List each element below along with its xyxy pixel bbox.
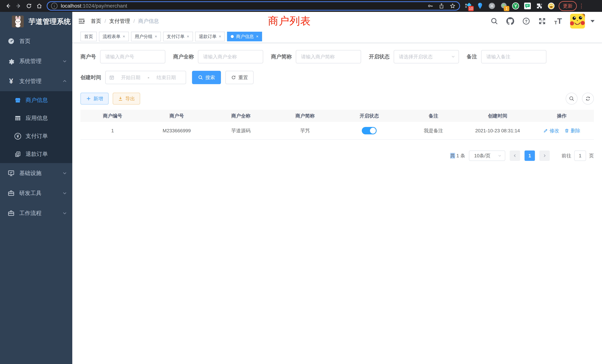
monitor-check-icon [7, 169, 15, 177]
bookmark-star-icon[interactable] [450, 3, 456, 9]
sidebar-item-merchant-info[interactable]: 商户信息 [0, 91, 72, 109]
sidebar-logo-row[interactable]: 芋道管理系统 [0, 12, 72, 31]
site-info-icon[interactable]: i [51, 3, 57, 9]
breadcrumb-home[interactable]: 首页 [91, 18, 101, 25]
page-size-select[interactable]: 10条/页 [469, 150, 505, 161]
prev-page-button[interactable] [510, 150, 520, 161]
font-size-button[interactable]: TT [554, 17, 562, 25]
breadcrumb-payment[interactable]: 支付管理 [109, 18, 130, 25]
sidebar-item-dev-tools[interactable]: 研发工具 [0, 183, 72, 203]
extension-badge-2: 1 [504, 6, 509, 11]
merchant-table: 商户编号 商户号 商户全称 商户简称 开启状态 备注 创建时间 操作 1 M23… [80, 110, 594, 140]
breadcrumb-separator: / [105, 18, 106, 24]
remark-input[interactable] [481, 50, 546, 63]
refresh-table-button[interactable] [582, 93, 594, 105]
edit-link-label: 修改 [549, 128, 559, 134]
fullscreen-button[interactable] [538, 17, 546, 25]
browser-toolbar: i localhost:1024/pay/merchant 10 ⌘ 1 Y [0, 0, 602, 12]
sidebar-fold-button[interactable] [72, 12, 91, 30]
col-header: 开启状态 [337, 110, 401, 122]
tab-label: 商户信息 [236, 33, 254, 40]
yen-circle-glyph: ¥ [14, 133, 21, 139]
goto-page-input[interactable] [574, 150, 586, 161]
browser-update-button[interactable]: 更新 [559, 1, 577, 11]
url-text: localhost:1024/pay/merchant [61, 3, 427, 9]
extensions-strip: 10 ⌘ 1 Y [464, 2, 555, 10]
sidebar-item-pay-order[interactable]: ¥ 支付订单 [0, 127, 72, 145]
url-bar[interactable]: i localhost:1024/pay/merchant [47, 1, 460, 11]
browser-home-button[interactable] [34, 1, 44, 11]
tab-close-icon[interactable]: × [187, 34, 189, 39]
tab-pay-order[interactable]: 支付订单 × [163, 32, 193, 41]
tab-merchant-info[interactable]: 商户信息 × [227, 32, 262, 41]
sidebar-item-app-info[interactable]: 应用信息 [0, 109, 72, 127]
documents-icon [14, 150, 22, 158]
chevron-down-icon [62, 191, 67, 195]
sidebar-item-infrastructure[interactable]: 基础设施 [0, 163, 72, 183]
extension-chat-icon[interactable] [523, 2, 532, 10]
extension-command-icon[interactable]: ⌘ [488, 2, 496, 10]
header-search-button[interactable] [490, 17, 498, 25]
browser-menu-kebab-icon[interactable]: ⋮ [579, 4, 584, 8]
cell-short-name: 芋艿 [273, 122, 337, 139]
toggle-search-form-button[interactable] [566, 93, 578, 105]
full-name-input[interactable] [198, 50, 263, 63]
user-avatar[interactable] [570, 14, 585, 29]
tab-refund-order[interactable]: 退款订单 × [195, 32, 225, 41]
export-button[interactable]: 导出 [113, 93, 140, 105]
delete-link[interactable]: 删除 [564, 128, 580, 134]
col-header: 创建时间 [466, 110, 530, 122]
sidebar-item-payment[interactable]: ¥ 支付管理 [0, 71, 72, 91]
reset-button[interactable]: 重置 [225, 71, 254, 84]
goto-label: 前往 [562, 152, 571, 159]
extension-y-icon[interactable]: Y [512, 2, 520, 10]
sidebar-item-refund-order[interactable]: 退款订单 [0, 145, 72, 163]
edit-link[interactable]: 修改 [543, 128, 559, 134]
sidebar-item-home[interactable]: 首页 [0, 31, 72, 51]
forward-icon [16, 3, 22, 9]
sidebar-item-workflow[interactable]: 工作流程 [0, 203, 72, 223]
help-button[interactable]: ? [522, 17, 530, 25]
extension-pin-icon[interactable] [476, 2, 484, 10]
browser-back-button[interactable] [3, 1, 13, 11]
tab-home[interactable]: 首页 [80, 32, 97, 41]
sidebar-item-system[interactable]: 系统管理 [0, 51, 72, 71]
status-select[interactable] [394, 50, 459, 63]
plus-icon [86, 96, 91, 101]
export-button-label: 导出 [125, 96, 135, 102]
pikachu-avatar-image [570, 14, 585, 29]
create-time-range-picker[interactable]: 开始日期 - 结束日期 [105, 71, 186, 84]
extension-recorder-icon[interactable]: 1 [500, 2, 508, 10]
github-button[interactable] [506, 17, 514, 25]
next-page-button[interactable] [539, 150, 550, 161]
extension-diamond-icon[interactable]: 10 [464, 2, 472, 10]
date-start-placeholder[interactable]: 开始日期 [115, 74, 147, 81]
tab-close-icon[interactable]: × [155, 34, 157, 39]
add-button[interactable]: 新增 [80, 93, 109, 105]
short-name-input[interactable] [296, 50, 361, 63]
date-end-placeholder[interactable]: 结束日期 [150, 74, 182, 81]
extension-puzzle-icon[interactable] [535, 2, 543, 10]
search-button[interactable]: 搜索 [192, 71, 221, 84]
merchant-no-input[interactable] [100, 50, 165, 63]
sidebar-menu: 首页 系统管理 ¥ 支付管理 商户信息 [0, 31, 72, 223]
browser-refresh-button[interactable] [24, 1, 34, 11]
refresh-icon [26, 3, 32, 9]
page-number-1[interactable]: 1 [525, 150, 535, 161]
extension-emoji-profile-icon[interactable] [547, 2, 555, 10]
user-menu-caret-icon[interactable] [591, 20, 595, 22]
browser-forward-button[interactable] [13, 1, 24, 11]
cell-merchant-id: 1 [80, 122, 145, 139]
tab-user-group[interactable]: 用户分组 × [131, 32, 161, 41]
sidebar-item-label: 支付管理 [19, 77, 62, 85]
tab-flow-form[interactable]: 流程表单 × [99, 32, 129, 41]
tab-close-icon[interactable]: × [219, 34, 221, 39]
pagination-total: 共 1 条 [450, 152, 465, 159]
share-icon[interactable] [439, 3, 444, 9]
status-toggle-on[interactable] [362, 127, 377, 134]
tab-close-icon[interactable]: × [256, 34, 258, 39]
tab-close-icon[interactable]: × [123, 34, 125, 39]
toolbox-icon [7, 189, 15, 197]
github-icon [506, 17, 514, 25]
password-key-icon[interactable] [427, 3, 433, 9]
